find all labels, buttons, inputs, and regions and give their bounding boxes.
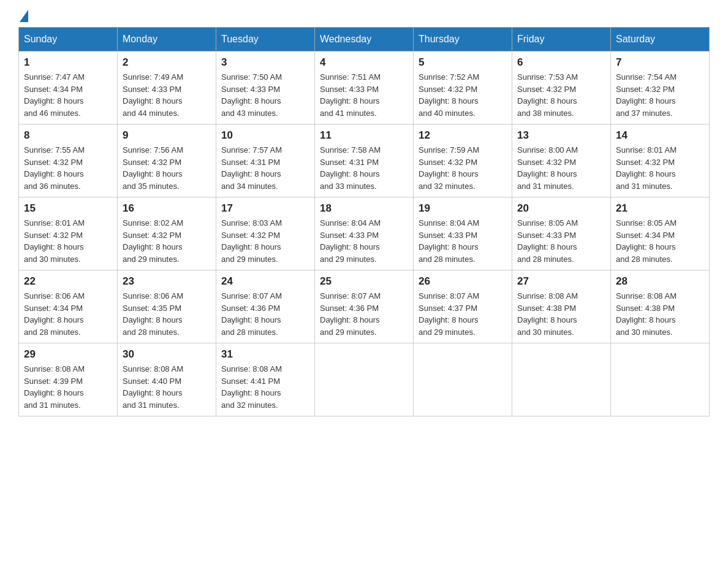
calendar-cell: 7Sunrise: 7:54 AMSunset: 4:32 PMDaylight…	[611, 52, 710, 124]
calendar-cell	[512, 343, 611, 416]
day-number: 2	[123, 56, 211, 69]
day-number: 8	[24, 129, 112, 142]
day-info: Sunrise: 8:06 AMSunset: 4:35 PMDaylight:…	[123, 290, 211, 338]
calendar-cell: 15Sunrise: 8:01 AMSunset: 4:32 PMDayligh…	[19, 197, 118, 270]
day-info: Sunrise: 7:54 AMSunset: 4:32 PMDaylight:…	[616, 71, 704, 119]
day-info: Sunrise: 8:01 AMSunset: 4:32 PMDaylight:…	[616, 144, 704, 192]
calendar-cell: 6Sunrise: 7:53 AMSunset: 4:32 PMDaylight…	[512, 52, 611, 124]
day-number: 30	[123, 348, 211, 361]
weekday-header-friday: Friday	[512, 28, 611, 52]
day-number: 26	[419, 275, 507, 288]
calendar-cell: 14Sunrise: 8:01 AMSunset: 4:32 PMDayligh…	[611, 124, 710, 197]
day-info: Sunrise: 7:53 AMSunset: 4:32 PMDaylight:…	[517, 71, 605, 119]
calendar-week-row: 15Sunrise: 8:01 AMSunset: 4:32 PMDayligh…	[19, 197, 710, 270]
weekday-header-monday: Monday	[118, 28, 216, 52]
logo	[18, 12, 28, 21]
day-info: Sunrise: 7:49 AMSunset: 4:33 PMDaylight:…	[123, 71, 211, 119]
day-info: Sunrise: 7:50 AMSunset: 4:33 PMDaylight:…	[221, 71, 309, 119]
calendar-cell: 16Sunrise: 8:02 AMSunset: 4:32 PMDayligh…	[118, 197, 216, 270]
calendar-cell: 12Sunrise: 7:59 AMSunset: 4:32 PMDayligh…	[414, 124, 512, 197]
day-number: 22	[24, 275, 112, 288]
day-number: 15	[24, 202, 112, 215]
calendar-cell: 2Sunrise: 7:49 AMSunset: 4:33 PMDaylight…	[118, 52, 216, 124]
calendar-week-row: 29Sunrise: 8:08 AMSunset: 4:39 PMDayligh…	[19, 343, 710, 416]
day-number: 29	[24, 348, 112, 361]
day-info: Sunrise: 7:52 AMSunset: 4:32 PMDaylight:…	[419, 71, 507, 119]
calendar-cell: 27Sunrise: 8:08 AMSunset: 4:38 PMDayligh…	[512, 270, 611, 343]
calendar-cell: 8Sunrise: 7:55 AMSunset: 4:32 PMDaylight…	[19, 124, 118, 197]
day-info: Sunrise: 8:08 AMSunset: 4:38 PMDaylight:…	[616, 290, 704, 338]
day-number: 7	[616, 56, 704, 69]
day-info: Sunrise: 8:07 AMSunset: 4:36 PMDaylight:…	[221, 290, 309, 338]
calendar-cell: 22Sunrise: 8:06 AMSunset: 4:34 PMDayligh…	[19, 270, 118, 343]
calendar-cell: 31Sunrise: 8:08 AMSunset: 4:41 PMDayligh…	[216, 343, 315, 416]
weekday-header-thursday: Thursday	[414, 28, 512, 52]
calendar-cell	[611, 343, 710, 416]
day-info: Sunrise: 8:07 AMSunset: 4:36 PMDaylight:…	[320, 290, 408, 338]
day-number: 24	[221, 275, 309, 288]
day-number: 14	[616, 129, 704, 142]
day-number: 20	[517, 202, 605, 215]
day-info: Sunrise: 8:04 AMSunset: 4:33 PMDaylight:…	[320, 217, 408, 265]
calendar-cell: 10Sunrise: 7:57 AMSunset: 4:31 PMDayligh…	[216, 124, 315, 197]
day-info: Sunrise: 8:08 AMSunset: 4:40 PMDaylight:…	[123, 363, 211, 411]
weekday-header-tuesday: Tuesday	[216, 28, 315, 52]
day-number: 23	[123, 275, 211, 288]
day-info: Sunrise: 8:04 AMSunset: 4:33 PMDaylight:…	[419, 217, 507, 265]
weekday-header-wednesday: Wednesday	[315, 28, 414, 52]
day-number: 5	[419, 56, 507, 69]
day-number: 3	[221, 56, 309, 69]
day-info: Sunrise: 8:01 AMSunset: 4:32 PMDaylight:…	[24, 217, 112, 265]
calendar-cell: 26Sunrise: 8:07 AMSunset: 4:37 PMDayligh…	[414, 270, 512, 343]
day-info: Sunrise: 7:57 AMSunset: 4:31 PMDaylight:…	[221, 144, 309, 192]
calendar-week-row: 1Sunrise: 7:47 AMSunset: 4:34 PMDaylight…	[19, 52, 710, 124]
calendar-cell: 19Sunrise: 8:04 AMSunset: 4:33 PMDayligh…	[414, 197, 512, 270]
day-number: 27	[517, 275, 605, 288]
calendar-cell: 11Sunrise: 7:58 AMSunset: 4:31 PMDayligh…	[315, 124, 414, 197]
day-number: 18	[320, 202, 408, 215]
calendar-cell: 23Sunrise: 8:06 AMSunset: 4:35 PMDayligh…	[118, 270, 216, 343]
calendar-cell: 20Sunrise: 8:05 AMSunset: 4:33 PMDayligh…	[512, 197, 611, 270]
calendar-cell: 28Sunrise: 8:08 AMSunset: 4:38 PMDayligh…	[611, 270, 710, 343]
day-number: 10	[221, 129, 309, 142]
day-number: 12	[419, 129, 507, 142]
calendar-cell	[414, 343, 512, 416]
calendar-cell: 3Sunrise: 7:50 AMSunset: 4:33 PMDaylight…	[216, 52, 315, 124]
day-number: 4	[320, 56, 408, 69]
day-info: Sunrise: 8:08 AMSunset: 4:38 PMDaylight:…	[517, 290, 605, 338]
day-number: 21	[616, 202, 704, 215]
day-info: Sunrise: 8:06 AMSunset: 4:34 PMDaylight:…	[24, 290, 112, 338]
day-number: 13	[517, 129, 605, 142]
logo-triangle-icon	[20, 10, 28, 22]
day-number: 25	[320, 275, 408, 288]
day-number: 6	[517, 56, 605, 69]
calendar-cell: 13Sunrise: 8:00 AMSunset: 4:32 PMDayligh…	[512, 124, 611, 197]
day-info: Sunrise: 8:08 AMSunset: 4:39 PMDaylight:…	[24, 363, 112, 411]
weekday-header-saturday: Saturday	[611, 28, 710, 52]
calendar-cell: 24Sunrise: 8:07 AMSunset: 4:36 PMDayligh…	[216, 270, 315, 343]
day-info: Sunrise: 7:58 AMSunset: 4:31 PMDaylight:…	[320, 144, 408, 192]
calendar-cell: 17Sunrise: 8:03 AMSunset: 4:32 PMDayligh…	[216, 197, 315, 270]
calendar-cell: 9Sunrise: 7:56 AMSunset: 4:32 PMDaylight…	[118, 124, 216, 197]
calendar-cell: 5Sunrise: 7:52 AMSunset: 4:32 PMDaylight…	[414, 52, 512, 124]
day-info: Sunrise: 7:47 AMSunset: 4:34 PMDaylight:…	[24, 71, 112, 119]
calendar-cell: 18Sunrise: 8:04 AMSunset: 4:33 PMDayligh…	[315, 197, 414, 270]
weekday-header-sunday: Sunday	[19, 28, 118, 52]
calendar-cell: 29Sunrise: 8:08 AMSunset: 4:39 PMDayligh…	[19, 343, 118, 416]
day-info: Sunrise: 7:56 AMSunset: 4:32 PMDaylight:…	[123, 144, 211, 192]
calendar-week-row: 22Sunrise: 8:06 AMSunset: 4:34 PMDayligh…	[19, 270, 710, 343]
day-info: Sunrise: 8:03 AMSunset: 4:32 PMDaylight:…	[221, 217, 309, 265]
day-number: 11	[320, 129, 408, 142]
weekday-header-row: SundayMondayTuesdayWednesdayThursdayFrid…	[19, 28, 710, 52]
calendar-table: SundayMondayTuesdayWednesdayThursdayFrid…	[18, 27, 710, 416]
day-number: 19	[419, 202, 507, 215]
day-number: 31	[221, 348, 309, 361]
day-number: 9	[123, 129, 211, 142]
day-info: Sunrise: 8:00 AMSunset: 4:32 PMDaylight:…	[517, 144, 605, 192]
calendar-cell: 1Sunrise: 7:47 AMSunset: 4:34 PMDaylight…	[19, 52, 118, 124]
calendar-cell	[315, 343, 414, 416]
day-info: Sunrise: 7:51 AMSunset: 4:33 PMDaylight:…	[320, 71, 408, 119]
day-info: Sunrise: 8:02 AMSunset: 4:32 PMDaylight:…	[123, 217, 211, 265]
day-number: 16	[123, 202, 211, 215]
calendar-cell: 4Sunrise: 7:51 AMSunset: 4:33 PMDaylight…	[315, 52, 414, 124]
